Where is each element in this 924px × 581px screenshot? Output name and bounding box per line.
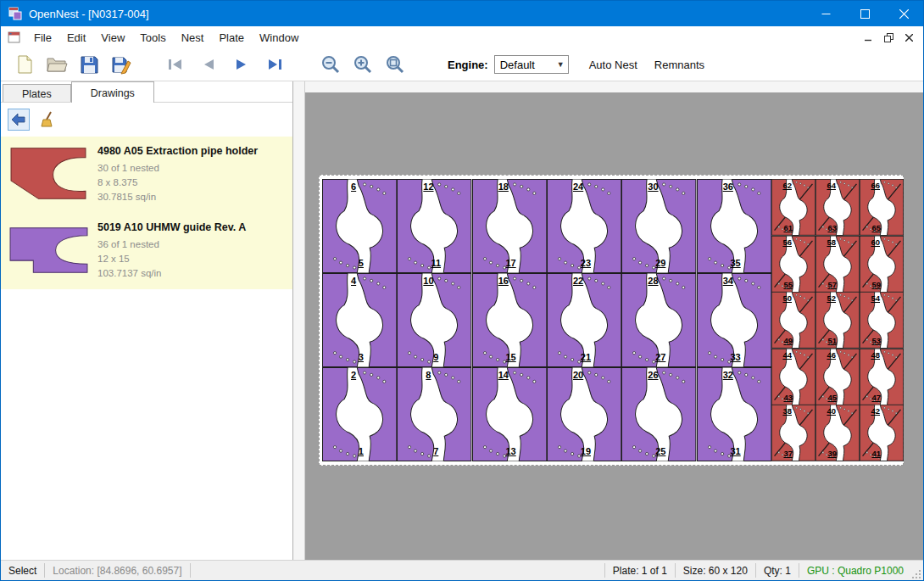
menu-edit[interactable]: Edit — [59, 28, 93, 47]
part-number[interactable]: 30 — [648, 182, 658, 192]
nav-next-button[interactable] — [228, 51, 255, 78]
part-number[interactable]: 23 — [581, 259, 591, 268]
nest-part-pair[interactable]: 2625 — [621, 367, 696, 461]
part-number[interactable]: 5 — [359, 259, 364, 268]
part-number[interactable]: 38 — [782, 407, 792, 416]
clear-brush-button[interactable] — [36, 109, 58, 131]
part-number[interactable]: 65 — [871, 224, 881, 232]
part-number[interactable]: 53 — [871, 337, 881, 345]
auto-nest-button[interactable]: Auto Nest — [584, 55, 643, 75]
nest-part-pair[interactable]: 1413 — [472, 367, 547, 461]
menu-nest[interactable]: Nest — [174, 28, 212, 47]
part-number[interactable]: 40 — [827, 407, 836, 416]
part-number[interactable]: 54 — [871, 294, 880, 303]
part-number[interactable]: 48 — [871, 351, 880, 360]
part-number[interactable]: 59 — [871, 281, 881, 289]
part-number[interactable]: 43 — [783, 394, 793, 402]
nest-part-pair[interactable]: 4039 — [815, 405, 860, 461]
part-number[interactable]: 24 — [573, 182, 583, 192]
part-number[interactable]: 35 — [730, 259, 740, 268]
nest-part-pair[interactable]: 1211 — [397, 179, 471, 273]
nest-part-pair[interactable]: 5857 — [815, 236, 860, 293]
part-number[interactable]: 36 — [723, 182, 733, 192]
part-number[interactable]: 11 — [431, 259, 441, 268]
part-number[interactable]: 44 — [782, 351, 792, 360]
resize-grip[interactable] — [911, 561, 923, 580]
part-number[interactable]: 9 — [433, 353, 438, 362]
part-number[interactable]: 10 — [423, 277, 433, 286]
part-number[interactable]: 33 — [730, 353, 740, 362]
part-number[interactable]: 63 — [827, 224, 837, 232]
flip-part-button[interactable] — [8, 109, 30, 131]
part-number[interactable]: 6 — [351, 182, 356, 192]
part-number[interactable]: 26 — [648, 371, 658, 380]
mdi-restore-button[interactable] — [881, 30, 896, 45]
part-number[interactable]: 19 — [581, 447, 591, 456]
nest-part-pair[interactable]: 4645 — [815, 349, 860, 405]
part-number[interactable]: 15 — [505, 353, 515, 362]
nest-canvas[interactable]: 6512111817242330293635431091615222128273… — [305, 81, 923, 560]
part-number[interactable]: 12 — [423, 182, 433, 192]
menu-plate[interactable]: Plate — [211, 28, 252, 47]
nest-part-pair[interactable]: 5453 — [860, 292, 904, 349]
nav-previous-button[interactable] — [195, 51, 222, 78]
part-number[interactable]: 17 — [505, 259, 515, 268]
nest-part-pair[interactable]: 2221 — [547, 273, 621, 367]
part-number[interactable]: 37 — [783, 450, 793, 458]
part-number[interactable]: 62 — [782, 182, 792, 190]
part-number[interactable]: 66 — [871, 182, 880, 190]
menu-view[interactable]: View — [93, 28, 132, 47]
part-number[interactable]: 64 — [827, 182, 836, 190]
tab-drawings[interactable]: Drawings — [71, 81, 154, 103]
nest-part-pair[interactable]: 3837 — [771, 405, 815, 461]
part-number[interactable]: 31 — [730, 447, 740, 456]
nest-part-pair[interactable]: 6463 — [815, 179, 860, 236]
part-number[interactable]: 29 — [655, 259, 665, 268]
nav-last-button[interactable] — [261, 51, 288, 78]
save-as-button[interactable] — [108, 51, 135, 78]
new-button[interactable] — [11, 51, 38, 78]
nest-part-pair[interactable]: 2827 — [621, 273, 696, 367]
part-number[interactable]: 60 — [871, 238, 880, 247]
part-number[interactable]: 4 — [351, 277, 356, 286]
part-number[interactable]: 14 — [498, 371, 509, 380]
nest-part-pair[interactable]: 4241 — [860, 405, 904, 461]
part-number[interactable]: 28 — [648, 277, 658, 286]
drawing-item-2[interactable]: 5019 A10 UHMW guide Rev. A 36 of 1 neste… — [1, 213, 292, 289]
nest-part-pair[interactable]: 6059 — [860, 236, 904, 293]
part-number[interactable]: 20 — [573, 371, 583, 380]
maximize-button[interactable] — [845, 1, 884, 26]
part-number[interactable]: 56 — [782, 238, 792, 247]
nest-part-pair[interactable]: 109 — [397, 273, 471, 367]
part-number[interactable]: 42 — [871, 407, 880, 416]
menu-window[interactable]: Window — [252, 28, 306, 47]
part-number[interactable]: 22 — [573, 277, 583, 286]
nest-part-pair[interactable]: 6261 — [771, 179, 815, 236]
remnants-button[interactable]: Remnants — [649, 55, 710, 75]
part-number[interactable]: 21 — [581, 353, 591, 362]
nest-part-pair[interactable]: 5655 — [771, 236, 815, 293]
part-number[interactable]: 8 — [426, 371, 431, 380]
nest-part-pair[interactable]: 2423 — [547, 179, 621, 273]
part-number[interactable]: 47 — [871, 394, 881, 402]
part-number[interactable]: 27 — [655, 353, 665, 362]
part-number[interactable]: 41 — [871, 450, 881, 458]
save-button[interactable] — [75, 51, 103, 78]
part-number[interactable]: 50 — [782, 294, 792, 303]
part-number[interactable]: 51 — [827, 337, 837, 345]
part-number[interactable]: 61 — [783, 224, 793, 232]
open-button[interactable] — [43, 51, 70, 78]
nest-part-pair[interactable]: 3635 — [697, 179, 771, 273]
part-number[interactable]: 1 — [359, 447, 364, 456]
plate[interactable]: 6512111817242330293635431091615222128273… — [319, 175, 904, 466]
nest-part-pair[interactable]: 87 — [397, 367, 471, 461]
mdi-close-button[interactable] — [901, 30, 916, 45]
part-number[interactable]: 46 — [827, 351, 836, 360]
part-number[interactable]: 34 — [723, 277, 733, 286]
part-number[interactable]: 39 — [827, 450, 837, 458]
close-button[interactable] — [884, 1, 923, 26]
nest-part-pair[interactable]: 4443 — [771, 349, 815, 405]
nest-part-pair[interactable]: 3433 — [697, 273, 771, 367]
nest-part-pair[interactable]: 3029 — [621, 179, 696, 273]
zoom-out-button[interactable] — [317, 51, 344, 78]
